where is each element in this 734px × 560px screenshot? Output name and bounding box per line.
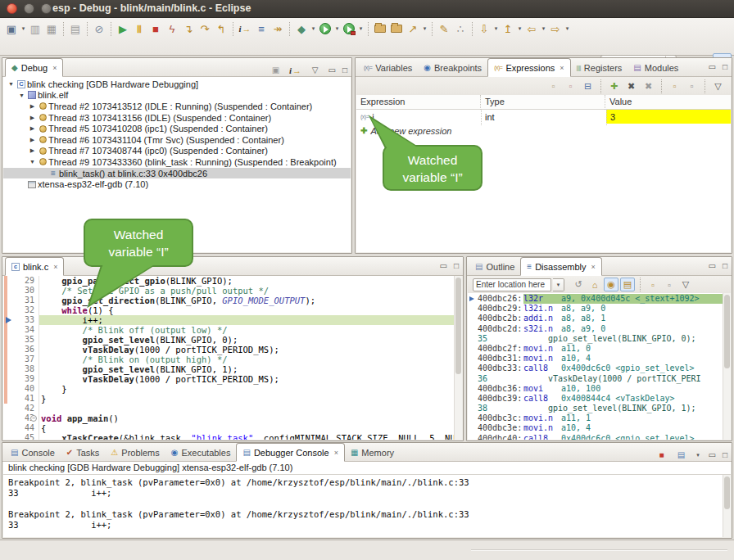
tree-arrow-icon[interactable]: ▶	[28, 147, 37, 154]
code-line[interactable]: while(1) {	[3, 305, 454, 315]
open-folder-icon[interactable]	[372, 21, 388, 37]
tab-debug[interactable]: ◆ Debug ×	[5, 58, 63, 77]
tab-blink-c[interactable]: c blink.c ×	[5, 257, 64, 276]
home-icon[interactable]: ⌂	[587, 278, 602, 291]
debug-tree-row[interactable]: ▼blink.elf	[3, 90, 351, 102]
disassembly-row[interactable]: 400dbc29:l32i.na8, a9, 0	[468, 304, 723, 314]
new-rendering-icon[interactable]: ▫	[667, 79, 682, 94]
code-line[interactable]: gpio_pad_select_gpio(BLINK_GPIO);	[3, 276, 454, 286]
resume-icon[interactable]: ▶	[115, 21, 131, 37]
debug-tree-container[interactable]: ▼Cblink checking [GDB Hardware Debugging…	[3, 77, 351, 252]
display-selected-console-icon[interactable]: ▤	[675, 447, 688, 463]
disassembly-row[interactable]: 36vTaskDelay(1000 / portTICK_PERI	[468, 374, 723, 384]
tab-modules[interactable]: ▤Modules	[628, 59, 684, 76]
fold-marker-icon[interactable]: −	[30, 415, 37, 422]
terminate-console-icon[interactable]: ■	[655, 447, 668, 463]
breakpoint-pointer-icon[interactable]	[6, 317, 11, 323]
minimize-icon[interactable]: ▭	[709, 62, 716, 72]
code-line[interactable]: i++;	[3, 315, 454, 325]
tree-arrow-icon[interactable]: ▶	[28, 115, 37, 121]
new-rendering-icon[interactable]: ▫	[646, 278, 660, 291]
disassembly-row[interactable]: 400dbc39:call80x400844c4 <vTaskDelay>	[468, 394, 723, 404]
forward-icon[interactable]: ⇨	[547, 21, 564, 37]
code-area[interactable]: gpio_pad_select_gpio(BLINK_GPIO); /* Set…	[3, 276, 454, 440]
debug-caret-icon[interactable]: ▾	[310, 25, 317, 32]
show-logical-structure-icon[interactable]: ▫	[563, 79, 578, 94]
step-into-icon[interactable]: ↴	[180, 21, 197, 37]
profile-icon[interactable]: ∴	[452, 21, 469, 37]
window-minimize-button[interactable]	[24, 3, 34, 14]
debug-tree-row[interactable]: xtensa-esp32-elf-gdb (7.10)	[3, 178, 351, 190]
export-expressions-icon[interactable]: ▫	[684, 79, 700, 94]
disassembly-row[interactable]: 400dbc40:call80x400dc6c0 <gpio_set_level…	[468, 434, 723, 440]
save-icon[interactable]: ▥	[27, 21, 43, 37]
code-line[interactable]: {	[3, 423, 454, 433]
view-menu-icon[interactable]: ▽	[309, 62, 322, 78]
disconnect-icon[interactable]: ϟ	[164, 21, 180, 37]
tab-outline[interactable]: ▤ Outline	[469, 258, 520, 275]
run-caret-icon[interactable]: ▾	[333, 25, 341, 32]
debug-tree-row[interactable]: ▶Thread #6 1073431104 (Tmr Svc) (Suspend…	[3, 134, 351, 146]
run-icon[interactable]	[317, 21, 333, 37]
minimize-icon[interactable]: ▭	[440, 261, 447, 271]
console-actions-icon[interactable]: ≡	[253, 21, 270, 37]
new-wizard-icon[interactable]: ▣	[3, 21, 20, 37]
code-line[interactable]: gpio_set_level(BLINK_GPIO, 0);	[3, 335, 454, 345]
maximize-icon[interactable]: □	[454, 261, 459, 271]
close-icon[interactable]: ×	[52, 64, 57, 72]
editor-scrollbar[interactable]	[454, 276, 462, 440]
tree-arrow-icon[interactable]: ▼	[28, 159, 37, 165]
console-scrollbar-thumb[interactable]	[724, 476, 730, 509]
add-expression-row[interactable]: ✚ Add new expression	[356, 124, 731, 138]
column-value[interactable]: Value	[605, 95, 731, 110]
code-line[interactable]: /* Blink off (output low) */	[3, 325, 454, 335]
tab-debugger-console[interactable]: ▤Debugger Console×	[236, 443, 344, 462]
view-menu-icon[interactable]: ▽	[678, 278, 693, 291]
suspend-icon[interactable]: Ⅱ	[131, 21, 147, 37]
location-dropdown-icon[interactable]: ▼	[553, 278, 564, 291]
debug-tree-row[interactable]: ▶Thread #2 1073413512 (IDLE : Running) (…	[3, 101, 351, 112]
last-edit-location-icon[interactable]: ↥	[500, 21, 516, 37]
debug-tree-row[interactable]: ▼Thread #9 1073433360 (blink_task : Runn…	[3, 156, 351, 168]
tree-arrow-icon[interactable]: ▶	[28, 137, 37, 143]
show-source-icon[interactable]: ▤	[620, 278, 635, 291]
expression-row[interactable]: (x)= i int 3	[356, 110, 731, 124]
expression-value[interactable]: 3	[606, 110, 731, 124]
tab-breakpoints[interactable]: ◉Breakpoints	[418, 59, 487, 76]
editor-gutter[interactable]: 2930313233343536373839404142434445 −	[3, 276, 39, 440]
disassembly-row[interactable]: 400dbc36:movia10, 100	[468, 384, 723, 394]
external-tools-icon[interactable]	[341, 21, 357, 37]
editor-content[interactable]: gpio_pad_select_gpio(BLINK_GPIO); /* Set…	[3, 276, 462, 440]
disassembly-row[interactable]: 400dbc33:call80x400dc6c0 <gpio_set_level…	[468, 364, 723, 373]
code-line[interactable]: void app_main()	[3, 413, 454, 423]
close-icon[interactable]: ×	[591, 263, 596, 271]
location-input[interactable]: Enter location here	[473, 278, 551, 291]
flash-launch-caret-icon[interactable]: ▾	[421, 25, 428, 32]
disassembly-row[interactable]: 400dbc26:l32ra9, 0x400d045c <_stext+1092…	[468, 294, 723, 304]
disassembly-row[interactable]: 38gpio_set_level(BLINK_GPIO, 1);	[468, 404, 723, 413]
minimize-icon[interactable]: ▭	[328, 65, 336, 75]
close-icon[interactable]: ×	[53, 263, 57, 271]
disassembly-row[interactable]: 400dbc31:movi.na10, 4	[468, 354, 723, 364]
tab-executables[interactable]: ◉Executables	[165, 444, 237, 461]
code-line[interactable]: vTaskDelay(1000 / portTICK_PERIOD_MS);	[3, 345, 454, 355]
tab-disassembly[interactable]: ≡ Disassembly ×	[520, 257, 601, 276]
disassembly-row[interactable]: 35gpio_set_level(BLINK_GPIO, 0);	[468, 334, 723, 344]
instruction-stepping-mode-icon[interactable]: i→	[289, 62, 302, 78]
debug-tree-row[interactable]: ▶Thread #3 1073413156 (IDLE) (Suspended …	[3, 112, 351, 124]
code-line[interactable]: vTaskDelay(1000 / portTICK_PERIOD_MS);	[3, 374, 454, 384]
tab-memory[interactable]: ▦Memory	[345, 444, 400, 461]
code-line[interactable]: /* Blink on (output high) */	[3, 355, 454, 364]
back-caret-icon[interactable]: ▾	[540, 25, 547, 32]
tab-expressions[interactable]: (x)=Expressions×	[487, 58, 570, 77]
external-tools-caret-icon[interactable]: ▾	[357, 25, 365, 32]
flash-launch-icon[interactable]: ↗	[405, 21, 421, 37]
instruction-stepping-icon[interactable]: i→	[237, 21, 253, 37]
close-icon[interactable]: ×	[560, 64, 564, 72]
save-all-icon[interactable]: ▦	[43, 21, 60, 37]
disassembly-scrollbar[interactable]	[723, 293, 731, 440]
maximize-icon[interactable]: □	[342, 65, 347, 75]
collapse-all-icon[interactable]: ⊟	[580, 79, 596, 94]
window-close-button[interactable]	[7, 3, 17, 14]
console-output[interactable]: Breakpoint 2, blink_task (pvParameter=0x…	[3, 475, 731, 537]
